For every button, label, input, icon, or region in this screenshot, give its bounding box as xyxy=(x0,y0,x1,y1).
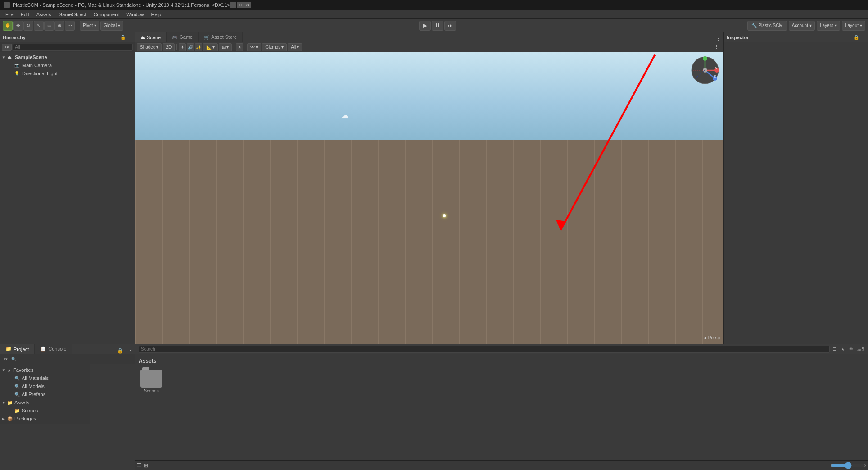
scene-name: SampleScene xyxy=(15,55,47,60)
move-tool-button[interactable]: ✥ xyxy=(13,21,23,31)
assets-expand-icon: ▼ xyxy=(2,401,7,405)
assetstore-tab[interactable]: 🛒 Asset Store xyxy=(199,32,243,42)
menu-bar: File Edit Assets GameObject Component Wi… xyxy=(0,10,868,19)
project-tab-icon: 📁 xyxy=(5,346,12,352)
directional-light-label: Directional Light xyxy=(22,71,58,76)
layout-button[interactable]: Layout ▾ xyxy=(842,21,865,31)
pivot-dropdown[interactable]: Pivot ▾ xyxy=(80,21,99,31)
tab-more-button[interactable]: ⋮ xyxy=(713,36,723,42)
rect-tool-button[interactable]: ▭ xyxy=(44,21,54,31)
step-button[interactable]: ⏭ xyxy=(444,21,456,31)
hierarchy-item-directionallight[interactable]: 💡 Directional Light xyxy=(0,69,135,78)
sun-indicator xyxy=(441,213,448,219)
project-filter-3-button[interactable]: 👁 xyxy=(848,346,854,353)
toolbar: ✋ ✥ ↻ ⤡ ▭ ⊕ ⋯ Pivot ▾ Global ▾ ▶ ⏸ ⏭ 🔧 P… xyxy=(0,19,868,32)
minimize-button[interactable]: — xyxy=(230,2,236,8)
play-button[interactable]: ▶ xyxy=(419,21,431,31)
project-add-button[interactable]: +▾ xyxy=(2,356,9,363)
gizmos-dropdown[interactable]: Gizmos ▾ xyxy=(262,43,287,51)
scenes-item[interactable]: 📁 Scenes xyxy=(0,406,90,415)
layout-label: Layout xyxy=(845,23,859,28)
scenes-folder-thumbnail xyxy=(140,370,162,388)
hierarchy-toolbar: +▾ xyxy=(0,42,135,52)
scene-gizmo[interactable]: X Y Z xyxy=(691,56,720,85)
combo-tool-button[interactable]: ⊕ xyxy=(54,21,64,31)
hierarchy-add-button[interactable]: +▾ xyxy=(2,44,12,51)
inspector-menu-icon[interactable]: ⋮ xyxy=(861,35,865,40)
window-controls[interactable]: — □ ✕ xyxy=(230,2,251,8)
all-prefabs-label: All Prefabs xyxy=(22,392,45,397)
layers-label: Layers xyxy=(820,23,833,28)
layers-button[interactable]: Layers ▾ xyxy=(817,21,840,31)
plasticscm-button[interactable]: 🔧 Plastic SCM xyxy=(747,21,787,31)
project-filter-2-button[interactable]: ★ xyxy=(840,346,846,353)
console-tab[interactable]: 📋 Console xyxy=(35,344,72,354)
project-bottom-icon-2[interactable]: ⊞ xyxy=(144,462,148,469)
hierarchy-header: Hierarchy 🔒 ⋮ xyxy=(0,32,135,42)
menu-file[interactable]: File xyxy=(2,11,17,18)
all-dropdown[interactable]: All ▾ xyxy=(288,43,302,51)
project-bottom-icon-1[interactable]: ☰ xyxy=(137,462,142,469)
global-chevron-icon: ▾ xyxy=(118,23,120,28)
all-models-item[interactable]: 🔍 All Models xyxy=(0,382,90,390)
shading-dropdown[interactable]: Shaded ▾ xyxy=(137,43,162,51)
all-prefabs-item[interactable]: 🔍 All Prefabs xyxy=(0,390,90,398)
assets-root-item[interactable]: ▼ 📁 Assets xyxy=(0,398,90,406)
project-lock-icon[interactable]: 🔒 xyxy=(114,348,126,354)
scene-tab[interactable]: ⛰ Scene xyxy=(135,32,167,42)
toolbar-right: 🔧 Plastic SCM Account ▾ Layers ▾ Layout … xyxy=(747,21,865,31)
effects-toggle-icon[interactable]: ✨ xyxy=(195,43,202,51)
scene-view-chevron-icon: ▾ xyxy=(256,45,258,50)
cloud-object: ☁ xyxy=(341,110,349,120)
menu-help[interactable]: Help xyxy=(147,11,165,18)
viewport[interactable]: ☁ X Y xyxy=(135,52,723,344)
close-icon[interactable]: ✕ xyxy=(236,43,243,51)
hierarchy-menu-icon[interactable]: ⋮ xyxy=(127,35,132,40)
project-search-input[interactable] xyxy=(139,346,830,353)
project-tab[interactable]: 📁 Project xyxy=(0,344,35,354)
menu-component[interactable]: Component xyxy=(90,11,122,18)
menu-edit[interactable]: Edit xyxy=(17,11,33,18)
scale-tool-button[interactable]: ⤡ xyxy=(34,21,44,31)
rotate-tool-button[interactable]: ↻ xyxy=(23,21,33,31)
resolution-dropdown[interactable]: 📐 ▾ xyxy=(203,43,218,51)
scene-tb-more-icon[interactable]: ⋮ xyxy=(711,44,722,50)
bottom-area: 📁 Project 📋 Console 🔒 ⋮ +▾ 🔍 ▼ ★ Favorit xyxy=(0,344,868,470)
gizmos-chevron-icon: ▾ xyxy=(281,45,284,50)
packages-item[interactable]: ▶ 📦 Packages xyxy=(0,415,90,423)
project-zoom-slider[interactable] xyxy=(830,462,866,469)
hierarchy-scene-root[interactable]: ▼ ⛰ SampleScene xyxy=(0,53,135,61)
game-tab[interactable]: 🎮 Game xyxy=(167,32,199,42)
pause-button[interactable]: ⏸ xyxy=(432,21,443,31)
global-dropdown[interactable]: Global ▾ xyxy=(100,21,123,31)
lighting-toggle-icon[interactable]: ☀ xyxy=(179,43,186,51)
close-button[interactable]: ✕ xyxy=(244,2,251,8)
menu-window[interactable]: Window xyxy=(122,11,147,18)
scene-view-mode[interactable]: 👁 ▾ xyxy=(247,43,261,51)
maximize-button[interactable]: □ xyxy=(237,2,244,8)
project-filter-1-button[interactable]: ☰ xyxy=(832,346,838,353)
assets-label: Assets xyxy=(14,400,29,405)
scenes-asset-item[interactable]: Scenes xyxy=(139,368,164,395)
hierarchy-lock-icon[interactable]: 🔒 xyxy=(120,35,126,40)
search-icon: 🔍 xyxy=(14,376,20,381)
all-materials-item[interactable]: 🔍 All Materials xyxy=(0,374,90,382)
hidden-toggle[interactable]: ⊞ ▾ xyxy=(219,43,232,51)
project-search-button[interactable]: 🔍 xyxy=(10,356,18,363)
menu-assets[interactable]: Assets xyxy=(33,11,55,18)
custom-tool-button[interactable]: ⋯ xyxy=(65,21,75,31)
account-button[interactable]: Account ▾ xyxy=(789,21,815,31)
pivot-chevron-icon: ▾ xyxy=(94,23,96,28)
2d-button[interactable]: 2D xyxy=(163,43,175,51)
inspector-lock-icon[interactable]: 🔒 xyxy=(854,35,859,40)
hierarchy-search-input[interactable] xyxy=(13,44,133,51)
hierarchy-item-maincamera[interactable]: 📷 Main Camera xyxy=(0,61,135,69)
menu-gameobject[interactable]: GameObject xyxy=(55,11,90,18)
project-menu-icon[interactable]: ⋮ xyxy=(126,348,135,354)
project-main: ☰ ★ 👁 ⅏9 Assets Scenes ☰ ⊞ xyxy=(135,344,868,470)
scene-tab-bar: ⛰ Scene 🎮 Game 🛒 Asset Store ⋮ xyxy=(135,32,723,42)
scene-tb-separator-1 xyxy=(176,44,177,50)
favorites-item[interactable]: ▼ ★ Favorites xyxy=(0,366,90,374)
audio-toggle-icon[interactable]: 🔊 xyxy=(187,43,194,51)
hand-tool-button[interactable]: ✋ xyxy=(3,21,13,31)
